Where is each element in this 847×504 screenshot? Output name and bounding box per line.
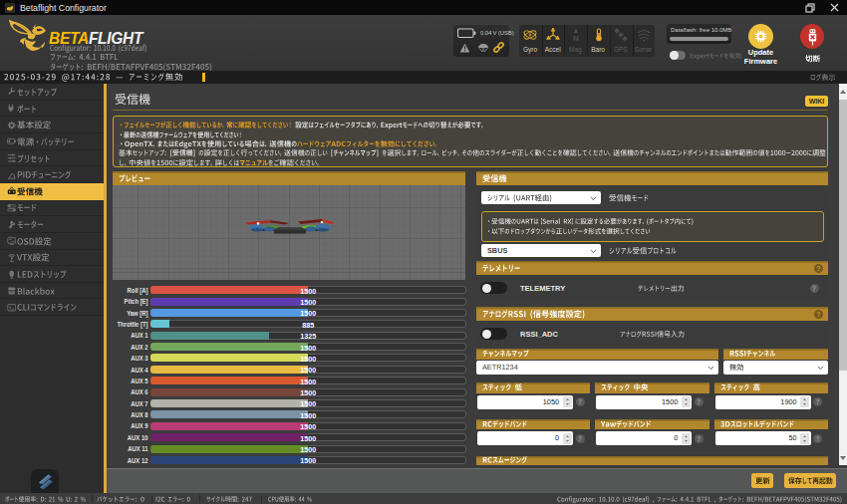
svg-text:N: N <box>573 34 579 43</box>
